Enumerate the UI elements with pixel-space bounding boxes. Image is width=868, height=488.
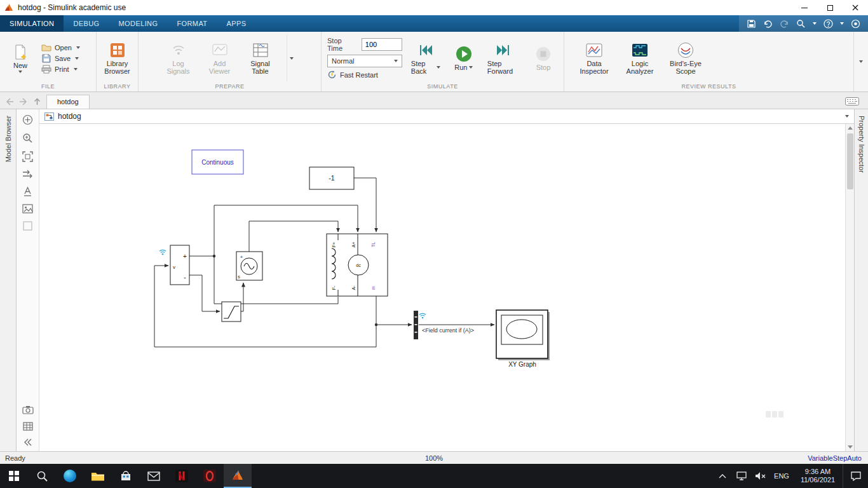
viewmark-camera-icon[interactable]	[22, 405, 34, 414]
open-dropdown-caret[interactable]	[76, 46, 80, 49]
print-dropdown-caret[interactable]	[74, 68, 78, 71]
solver-indicator[interactable]: VariableStepAuto	[808, 454, 868, 462]
tab-apps[interactable]: APPS	[217, 15, 255, 32]
taskbar-mail[interactable]	[140, 464, 168, 488]
tab-debug[interactable]: DEBUG	[64, 15, 109, 32]
breadcrumb-caret[interactable]	[845, 115, 849, 118]
step-back-caret[interactable]	[437, 66, 440, 69]
taskbar-store[interactable]	[112, 464, 140, 488]
run-button[interactable]: Run	[449, 46, 478, 71]
annotation-icon[interactable]	[22, 186, 33, 196]
ribbon-more-button[interactable]	[854, 32, 868, 92]
keyboard-icon[interactable]	[845, 97, 859, 105]
wire-saturation-to-source[interactable]	[241, 283, 243, 311]
prepare-gallery-expander[interactable]	[287, 35, 297, 81]
taskbar-edge[interactable]	[56, 464, 84, 488]
tab-simulation[interactable]: SIMULATION	[0, 15, 64, 32]
collapse-palette-icon[interactable]	[24, 438, 32, 446]
tray-volume[interactable]	[751, 464, 770, 488]
redo-icon[interactable]	[780, 19, 789, 29]
block-powergui[interactable]: Continuous	[192, 150, 243, 174]
vertical-scrollbar[interactable]	[845, 124, 854, 451]
auto-arrange-icon[interactable]	[22, 170, 34, 179]
breadcrumb-model-name[interactable]: hotdog	[58, 112, 81, 121]
wire-to-aplus[interactable]	[214, 205, 358, 232]
wire-source-to-fplus[interactable]	[249, 221, 338, 252]
zoom-in-icon[interactable]	[22, 133, 33, 144]
signal-wires[interactable]	[154, 178, 494, 347]
block-gain-minus1[interactable]: -1	[309, 167, 354, 189]
block-xy-graph[interactable]: XY Graph	[496, 310, 550, 368]
nav-back-icon[interactable]	[5, 98, 14, 105]
action-center-button[interactable]	[843, 464, 868, 488]
image-annotation-icon[interactable]	[22, 204, 33, 214]
fit-to-view-icon[interactable]	[22, 151, 33, 162]
print-button[interactable]: Print	[41, 65, 80, 74]
log-signals-button[interactable]: Log Signals	[163, 42, 194, 75]
block-bus-selector[interactable]	[414, 311, 418, 339]
taskbar-matlab[interactable]	[224, 464, 252, 488]
tray-network[interactable]	[732, 464, 751, 488]
scroll-up-arrow[interactable]	[848, 126, 853, 130]
zoom-level[interactable]: 100%	[425, 454, 443, 462]
block-dc-machine[interactable]: dc F+ A+ TL F- A- m	[327, 234, 388, 296]
wire-m-to-bus[interactable]	[376, 296, 412, 325]
add-viewer-button[interactable]: Add Viewer	[205, 42, 234, 75]
taskbar-file-explorer[interactable]	[84, 464, 112, 488]
model-tab-hotdog[interactable]: hotdog	[46, 95, 90, 109]
edge-icon	[64, 470, 76, 482]
search-icon[interactable]	[796, 19, 806, 29]
model-browser-strip[interactable]: Model Browser	[0, 109, 17, 451]
scroll-down-arrow[interactable]	[848, 445, 853, 449]
step-forward-button[interactable]: Step Forward	[487, 42, 520, 75]
fast-restart-toggle[interactable]: Fast Restart	[327, 70, 402, 79]
new-button[interactable]: New	[6, 44, 35, 73]
stop-time-input[interactable]	[362, 38, 402, 51]
save-button[interactable]: Save	[41, 54, 80, 63]
hide-explorer-icon[interactable]	[22, 114, 33, 125]
open-button[interactable]: Open	[41, 43, 80, 52]
quick-save-icon[interactable]	[747, 19, 756, 29]
nav-up-icon[interactable]	[33, 98, 41, 105]
library-browser-button[interactable]: Library Browser	[102, 42, 132, 75]
system-clock[interactable]: 9:36 AM 11/06/2021	[793, 464, 843, 488]
close-button[interactable]	[843, 0, 868, 15]
signal-table-button[interactable]: Signal Table	[246, 42, 275, 75]
maximize-button[interactable]	[817, 0, 843, 15]
taskbar-opera[interactable]	[196, 464, 224, 488]
model-data-table-icon[interactable]	[23, 422, 33, 431]
block-controlled-source[interactable]: + s	[236, 252, 262, 280]
undo-icon[interactable]	[763, 19, 773, 29]
minimize-button[interactable]	[792, 0, 817, 15]
run-caret[interactable]	[469, 66, 473, 69]
minimize-icon	[801, 8, 808, 8]
tab-format[interactable]: FORMAT	[167, 15, 217, 32]
sim-mode-select[interactable]: Normal	[327, 55, 402, 67]
tab-modeling[interactable]: MODELING	[109, 15, 168, 32]
language-indicator[interactable]: ENG	[770, 464, 793, 488]
scrollbar-thumb[interactable]	[847, 133, 853, 189]
property-inspector-strip[interactable]: Property Inspector	[854, 109, 868, 451]
step-back-button[interactable]: Step Back	[411, 42, 440, 75]
vsource-minus-label: -	[184, 274, 186, 281]
area-annotation-icon[interactable]	[23, 221, 32, 231]
search-dropdown-caret[interactable]	[813, 22, 817, 25]
wire-to-saturation[interactable]	[189, 275, 220, 311]
logic-analyzer-button[interactable]: Logic Analyzer	[624, 42, 656, 75]
birds-eye-scope-button[interactable]: Bird's-Eye Scope	[668, 42, 703, 75]
model-canvas[interactable]: Continuous -1 + - v	[39, 124, 854, 451]
help-dropdown-caret[interactable]	[840, 22, 844, 25]
taskbar-netflix[interactable]	[168, 464, 196, 488]
save-dropdown-caret[interactable]	[75, 57, 79, 60]
tray-chevron[interactable]	[713, 464, 732, 488]
new-dropdown-caret[interactable]	[18, 71, 22, 73]
block-dc-voltage-source[interactable]: + - v	[170, 245, 189, 285]
target-icon[interactable]	[851, 19, 860, 29]
nav-forward-icon[interactable]	[19, 98, 28, 105]
start-button[interactable]	[0, 464, 28, 488]
help-icon[interactable]	[824, 19, 833, 29]
taskbar-search-button[interactable]	[28, 464, 56, 488]
data-inspector-button[interactable]: Data Inspector	[577, 42, 611, 75]
stop-button[interactable]: Stop	[529, 46, 558, 71]
block-saturation[interactable]	[222, 302, 241, 322]
